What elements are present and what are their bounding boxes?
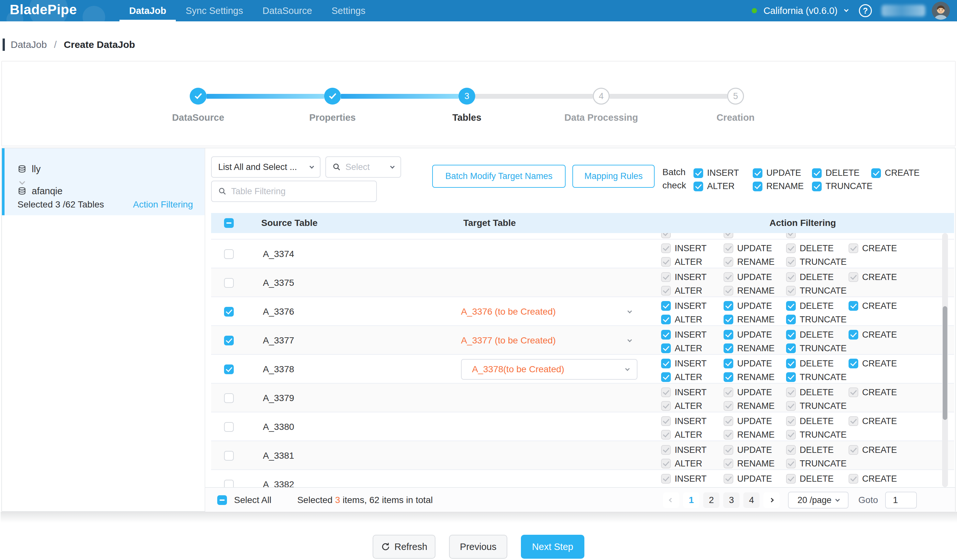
action-checkbox-rename[interactable]	[723, 344, 733, 353]
action-checkbox-delete	[786, 272, 796, 282]
pagination-prev-button[interactable]	[663, 492, 679, 508]
action-option-insert: INSERT	[661, 243, 723, 254]
datasource-pair-item[interactable]: lly afanqie Selected 3 /62 Tables Action…	[2, 148, 205, 215]
target-table-name[interactable]: A_3377 (to be Created)	[461, 335, 556, 346]
breadcrumb-parent[interactable]: DataJob	[11, 39, 47, 50]
action-checkbox-alter[interactable]	[661, 344, 671, 353]
action-label: CREATE	[862, 359, 897, 369]
action-checkbox-create[interactable]	[871, 168, 881, 178]
action-checkbox-alter[interactable]	[693, 181, 703, 191]
list-mode-dropdown[interactable]: List All and Select ...	[211, 156, 321, 178]
action-checkbox-truncate	[786, 430, 796, 440]
pagination-next-button[interactable]	[763, 492, 780, 508]
table-row: A_3382INSERTUPDATEDELETECREATEALTERRENAM…	[211, 470, 954, 487]
action-checkbox-insert[interactable]	[661, 301, 671, 311]
action-filtering-cell: INSERTUPDATEDELETECREATEALTERRENAMETRUNC…	[651, 383, 954, 412]
action-option-truncate: TRUNCATE	[786, 401, 848, 411]
chevron-down-icon[interactable]	[627, 309, 632, 313]
action-label: UPDATE	[737, 272, 772, 282]
action-option-alter: ALTER	[661, 459, 723, 469]
action-checkbox-delete[interactable]	[786, 301, 796, 311]
target-table-cell: A_3376 (to be Created)	[449, 297, 651, 326]
action-checkbox-rename[interactable]	[723, 372, 733, 382]
mapping-rules-button[interactable]: Mapping Rules	[572, 165, 655, 188]
env-selector[interactable]: California (v0.6.0)	[763, 5, 837, 16]
action-checkbox-delete[interactable]	[786, 359, 796, 368]
goto-page-input[interactable]: 1	[885, 492, 917, 508]
row-checkbox[interactable]	[224, 336, 234, 345]
select-all-checkbox[interactable]	[217, 495, 227, 505]
pagination-page-3[interactable]: 3	[723, 492, 739, 508]
action-label: INSERT	[675, 388, 707, 398]
avatar[interactable]	[932, 2, 950, 20]
action-checkbox-update[interactable]	[723, 330, 733, 339]
action-checkbox-insert[interactable]	[661, 359, 671, 368]
action-label: RENAME	[766, 181, 804, 191]
chevron-down-icon[interactable]	[627, 337, 632, 342]
refresh-button[interactable]: Refresh	[373, 535, 436, 559]
nav-datasource[interactable]: DataSource	[262, 0, 312, 21]
pagination-page-1[interactable]: 1	[683, 492, 699, 508]
action-checkbox-update[interactable]	[723, 301, 733, 311]
action-checkbox-truncate[interactable]	[812, 181, 822, 191]
action-checkbox-insert[interactable]	[661, 330, 671, 339]
row-checkbox[interactable]	[224, 480, 234, 487]
target-table-select[interactable]: A_3378(to be Created)	[461, 359, 638, 380]
select-dropdown[interactable]: Select	[325, 156, 401, 178]
action-checkbox-create[interactable]	[848, 330, 858, 339]
action-checkbox-delete[interactable]	[812, 168, 822, 178]
action-checkbox-alter[interactable]	[661, 315, 671, 324]
action-checkbox-truncate[interactable]	[786, 315, 796, 324]
action-label: INSERT	[707, 168, 739, 178]
row-checkbox[interactable]	[224, 364, 234, 374]
action-option-update: UPDATE	[723, 272, 786, 282]
action-checkbox-truncate[interactable]	[786, 372, 796, 382]
nav-sync-settings[interactable]: Sync Settings	[185, 0, 243, 21]
action-checkbox-update[interactable]	[753, 168, 763, 178]
row-checkbox[interactable]	[224, 451, 234, 461]
row-checkbox[interactable]	[224, 422, 234, 432]
nav-datajob[interactable]: DataJob	[129, 0, 166, 21]
row-checkbox[interactable]	[224, 393, 234, 403]
action-option-delete: DELETE	[786, 330, 848, 340]
action-label: TRUNCATE	[826, 181, 872, 191]
row-checkbox[interactable]	[224, 307, 234, 317]
page-size-select[interactable]: 20 /page	[788, 492, 848, 508]
target-table-name[interactable]: A_3376 (to be Created)	[461, 306, 556, 317]
action-checkbox-rename[interactable]	[723, 315, 733, 324]
action-checkbox-update[interactable]	[723, 359, 733, 368]
action-checkbox-delete[interactable]	[786, 330, 796, 339]
action-checkbox-rename	[723, 459, 733, 469]
action-checkbox-truncate[interactable]	[786, 344, 796, 353]
step-tables: 3Tables	[458, 88, 593, 104]
action-checkbox-create[interactable]	[848, 359, 858, 368]
previous-button[interactable]: Previous	[449, 535, 507, 559]
table-filter-input[interactable]: Table Filtering	[211, 181, 377, 202]
action-checkbox-create[interactable]	[848, 301, 858, 311]
row-checkbox[interactable]	[224, 278, 234, 288]
batch-modify-target-names-button[interactable]: Batch Modify Target Names	[432, 165, 565, 188]
step-circle-2	[324, 88, 341, 104]
chevron-down-icon[interactable]	[844, 8, 848, 12]
refresh-icon	[381, 542, 390, 552]
source-table-cell: A_3375	[247, 268, 449, 297]
brand-logo[interactable]: BladePipe	[10, 2, 77, 17]
action-checkbox-rename	[723, 430, 733, 440]
pagination-page-4[interactable]: 4	[743, 492, 760, 508]
action-checkbox-insert[interactable]	[693, 168, 703, 178]
action-filtering-link[interactable]: Action Filtering	[133, 199, 193, 210]
action-checkbox	[661, 233, 671, 238]
action-checkbox-rename[interactable]	[753, 181, 763, 191]
help-icon[interactable]: ?	[859, 4, 872, 17]
action-label: UPDATE	[737, 388, 772, 398]
pagination-page-2[interactable]: 2	[703, 492, 719, 508]
table-scrollbar-thumb[interactable]	[943, 306, 947, 420]
nav-settings[interactable]: Settings	[332, 0, 365, 21]
next-step-button[interactable]: Next Step	[521, 535, 584, 559]
select-all-header-checkbox[interactable]	[224, 218, 234, 228]
action-label: DELETE	[800, 330, 834, 340]
action-option-truncate: TRUNCATE	[786, 257, 848, 267]
action-checkbox-alter[interactable]	[661, 372, 671, 382]
action-label: UPDATE	[737, 445, 772, 455]
row-checkbox[interactable]	[224, 249, 234, 259]
